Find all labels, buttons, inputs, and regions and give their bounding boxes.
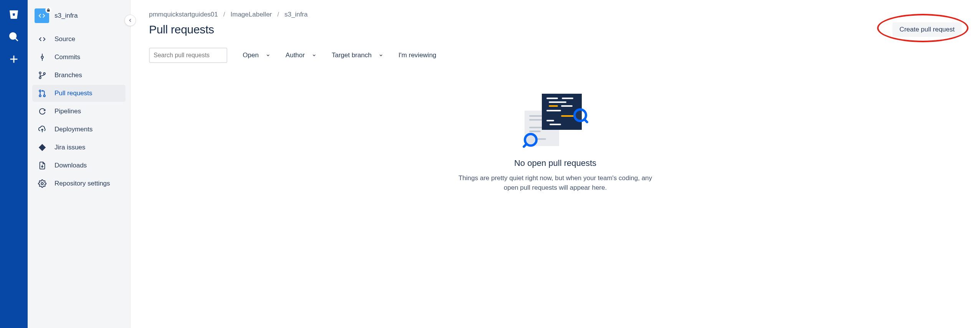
- repo-avatar-icon: [35, 8, 49, 23]
- svg-point-16: [41, 182, 43, 185]
- sidebar-item-label: Commits: [55, 53, 80, 61]
- sidebar-item-branches[interactable]: Branches: [32, 67, 126, 84]
- filters-bar: Open Author Target branch I'm reviewing: [149, 48, 962, 63]
- svg-point-9: [39, 77, 41, 79]
- sidebar-item-pull-requests[interactable]: Pull requests: [32, 85, 126, 102]
- search-input-wrapper[interactable]: [149, 48, 227, 63]
- sidebar: s3_infra Source Commits Branches Pull re…: [28, 0, 131, 328]
- sidebar-item-source[interactable]: Source: [32, 31, 126, 48]
- svg-point-5: [41, 56, 43, 58]
- create-icon[interactable]: [6, 51, 22, 67]
- sidebar-item-label: Downloads: [55, 162, 87, 169]
- breadcrumb-item[interactable]: s3_infra: [285, 11, 308, 18]
- sidebar-item-label: Repository settings: [55, 180, 110, 187]
- reviewing-filter-link[interactable]: I'm reviewing: [399, 51, 437, 59]
- pull-requests-icon: [38, 89, 47, 98]
- sidebar-item-pipelines[interactable]: Pipelines: [32, 103, 126, 120]
- chevron-down-icon: [379, 53, 383, 58]
- search-input[interactable]: [154, 52, 230, 59]
- deployments-icon: [38, 125, 47, 134]
- chevron-down-icon: [266, 53, 270, 58]
- downloads-icon: [38, 161, 47, 170]
- breadcrumb-separator: /: [277, 11, 279, 18]
- empty-state-text: Things are pretty quiet right now, but w…: [455, 174, 655, 192]
- svg-line-1: [15, 38, 18, 41]
- pipelines-icon: [38, 107, 47, 116]
- filter-author-dropdown[interactable]: Author: [286, 51, 316, 59]
- repo-name: s3_infra: [55, 12, 78, 20]
- svg-point-13: [43, 95, 45, 97]
- sidebar-nav: Source Commits Branches Pull requests Pi…: [32, 31, 126, 192]
- empty-state-title: No open pull requests: [514, 158, 596, 168]
- sidebar-item-deployments[interactable]: Deployments: [32, 121, 126, 138]
- filter-label: Author: [286, 51, 305, 59]
- sidebar-item-label: Source: [55, 35, 75, 43]
- sidebar-item-label: Pull requests: [55, 89, 92, 97]
- breadcrumb: pmmquickstartguides01 / ImageLabeller / …: [149, 11, 962, 18]
- empty-state: No open pull requests Things are pretty …: [382, 94, 728, 192]
- main-content: pmmquickstartguides01 / ImageLabeller / …: [131, 0, 980, 328]
- page-title: Pull requests: [149, 23, 214, 36]
- search-icon[interactable]: [6, 29, 22, 45]
- sidebar-item-jira-issues[interactable]: Jira issues: [32, 139, 126, 156]
- svg-point-8: [39, 72, 41, 74]
- empty-illustration-icon: [524, 94, 587, 147]
- sidebar-item-label: Pipelines: [55, 108, 81, 115]
- breadcrumb-item[interactable]: ImageLabeller: [230, 11, 272, 18]
- main-header: Pull requests Create pull request: [149, 22, 962, 37]
- svg-point-12: [39, 95, 41, 97]
- breadcrumb-item[interactable]: pmmquickstartguides01: [149, 11, 218, 18]
- jira-icon: [38, 143, 47, 152]
- chevron-down-icon: [312, 53, 316, 58]
- global-nav: [0, 0, 28, 328]
- create-pull-request-button[interactable]: Create pull request: [892, 22, 962, 37]
- sidebar-item-label: Deployments: [55, 126, 93, 133]
- filter-target-branch-dropdown[interactable]: Target branch: [332, 51, 383, 59]
- branches-icon: [38, 71, 47, 80]
- commits-icon: [38, 53, 47, 62]
- sidebar-item-repository-settings[interactable]: Repository settings: [32, 175, 126, 192]
- sidebar-item-label: Jira issues: [55, 144, 85, 151]
- filter-state-dropdown[interactable]: Open: [243, 51, 270, 59]
- svg-point-0: [10, 33, 16, 39]
- sidebar-item-commits[interactable]: Commits: [32, 49, 126, 66]
- svg-point-11: [39, 90, 41, 92]
- gear-icon: [38, 179, 47, 188]
- filter-label: Target branch: [332, 51, 372, 59]
- sidebar-item-downloads[interactable]: Downloads: [32, 157, 126, 174]
- sidebar-item-label: Branches: [55, 71, 82, 79]
- bitbucket-logo-icon[interactable]: [6, 7, 22, 22]
- collapse-sidebar-button[interactable]: [124, 15, 136, 26]
- breadcrumb-separator: /: [223, 11, 225, 18]
- repo-header[interactable]: s3_infra: [32, 8, 126, 31]
- filter-label: Open: [243, 51, 259, 59]
- svg-point-10: [43, 73, 45, 75]
- lock-icon: [45, 7, 51, 13]
- source-icon: [38, 35, 47, 44]
- svg-rect-4: [47, 10, 50, 12]
